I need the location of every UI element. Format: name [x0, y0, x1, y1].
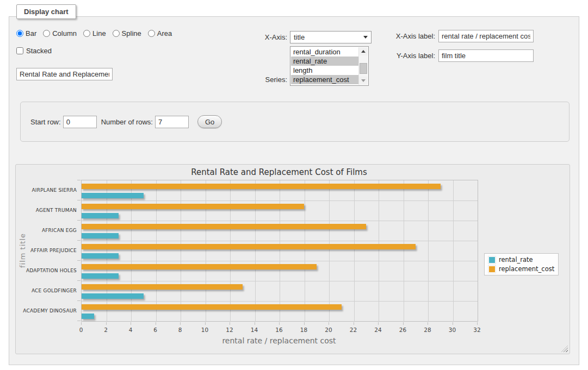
category-label: AFFAIR PREJUDICE — [20, 240, 77, 260]
chart-type-radios: BarColumnLineSplineArea — [16, 29, 172, 37]
chart-type-radio-spline[interactable] — [113, 30, 120, 37]
gridline-v — [329, 180, 330, 321]
bar-replacement_cost — [82, 264, 317, 269]
gridline-v — [379, 180, 379, 321]
x-tick-label: 24 — [367, 327, 389, 333]
category-labels: AIRPLANE SIERRAAGENT TRUMANAFRICAN EGGAF… — [20, 180, 77, 322]
bar-rental_rate — [82, 313, 94, 319]
x-tick-label: 0 — [70, 327, 92, 333]
gridline-v — [255, 180, 256, 321]
x-tick — [477, 322, 478, 325]
x-tick-label: 20 — [318, 327, 339, 333]
chart-type-radio-bar[interactable] — [16, 30, 23, 37]
start-row-input[interactable] — [63, 116, 97, 128]
y-tick — [77, 280, 81, 281]
resize-handle-icon[interactable] — [561, 346, 568, 352]
series-option-replacement_cost[interactable]: replacement_cost — [291, 75, 358, 84]
legend-swatch — [488, 256, 496, 264]
chart-x-axis-title: rental rate / replacement cost — [81, 336, 477, 345]
series-option-rental_rate[interactable]: rental_rate — [291, 57, 358, 66]
bar-rental_rate — [82, 233, 119, 239]
chart-type-radio-area[interactable] — [148, 30, 155, 37]
x-tick — [279, 322, 280, 325]
y-axis-label-input[interactable] — [438, 49, 534, 62]
x-axis-select-label: X-Axis: — [236, 31, 287, 43]
x-tick-label: 28 — [417, 327, 438, 333]
x-axis-selected-value: title — [294, 33, 363, 41]
x-tick — [354, 322, 354, 325]
number-of-rows-input[interactable] — [155, 116, 189, 128]
legend-swatch — [488, 266, 496, 273]
gridline-v — [428, 180, 429, 321]
chart-title: Rental Rate and Replacement Cost of Film… — [81, 167, 477, 177]
y-tick — [77, 200, 81, 200]
y-tick — [77, 260, 81, 261]
category-label: ACADEMY DINOSAUR — [20, 300, 77, 321]
gridline-h — [82, 301, 478, 302]
x-tick — [378, 322, 379, 325]
gridline-v — [107, 180, 107, 321]
number-of-rows-label: Number of rows: — [101, 118, 153, 126]
legend-item-replacement_cost: replacement_cost — [488, 265, 554, 273]
chart-type-radio-column[interactable] — [43, 30, 50, 37]
chart-type-option-bar[interactable]: Bar — [16, 29, 36, 37]
chart-type-option-label: Bar — [26, 29, 36, 37]
x-tick-label: 10 — [194, 327, 216, 333]
scroll-up-icon[interactable] — [359, 47, 368, 55]
listbox-scrollbar[interactable] — [358, 47, 368, 85]
gridline-v — [206, 180, 206, 321]
stacked-checkbox[interactable] — [16, 47, 23, 54]
x-tick-label: 12 — [219, 327, 240, 333]
plot-area — [81, 180, 478, 322]
bar-replacement_cost — [82, 204, 304, 209]
chart-type-option-label: Column — [52, 29, 77, 37]
chart-type-radio-line[interactable] — [83, 30, 90, 37]
bar-replacement_cost — [82, 184, 441, 189]
chart-type-option-column[interactable]: Column — [43, 29, 77, 37]
y-tick — [77, 220, 81, 221]
series-option-rental_duration[interactable]: rental_duration — [291, 47, 358, 57]
legend-label: replacement_cost — [499, 265, 554, 273]
stacked-option[interactable]: Stacked — [16, 47, 52, 55]
chart-type-option-label: Line — [92, 29, 106, 37]
series-option-length[interactable]: length — [291, 66, 358, 75]
x-tick — [329, 322, 329, 325]
gridline-v — [280, 180, 280, 321]
scroll-down-icon[interactable] — [359, 77, 368, 85]
chart-legend: rental_ratereplacement_cost — [484, 253, 559, 275]
x-tick-label: 30 — [442, 327, 463, 333]
x-tick — [255, 322, 255, 325]
chart-type-option-label: Area — [157, 29, 172, 37]
chart-title-input[interactable] — [16, 68, 113, 80]
chart-panel: Rental Rate and Replacement Cost of Film… — [15, 164, 570, 354]
go-button[interactable]: Go — [197, 115, 222, 128]
fieldset-legend-title: Display chart — [16, 4, 76, 19]
x-axis-label-input[interactable] — [438, 30, 534, 42]
chart-type-option-line[interactable]: Line — [83, 29, 106, 37]
start-row-label: Start row: — [30, 118, 61, 126]
x-tick-label: 22 — [343, 327, 364, 333]
x-tick-label: 8 — [169, 327, 191, 333]
y-axis-label-field-label: Y-Axis label: — [382, 49, 435, 62]
gridline-v — [453, 180, 454, 321]
x-tick — [230, 322, 230, 325]
series-listbox[interactable]: rental_durationrental_ratelengthreplacem… — [290, 46, 369, 86]
x-tick-label: 18 — [293, 327, 315, 333]
y-tick — [77, 180, 81, 180]
page: Display chart BarColumnLineSplineArea St… — [0, 0, 588, 370]
stacked-label: Stacked — [26, 47, 52, 55]
x-tick-label: 14 — [244, 327, 265, 333]
chevron-down-icon — [363, 36, 368, 39]
x-axis-select[interactable]: title — [290, 31, 372, 43]
row-controls-panel: Start row: Number of rows: Go — [20, 102, 570, 142]
chart-type-option-area[interactable]: Area — [148, 29, 172, 37]
gridline-v — [404, 180, 404, 321]
gridline-v — [305, 180, 305, 321]
gridline-h — [82, 200, 478, 201]
chart-type-option-spline[interactable]: Spline — [113, 29, 141, 37]
gridline-v — [354, 180, 355, 321]
scrollbar-thumb[interactable] — [360, 63, 367, 74]
x-tick-label: 6 — [145, 327, 166, 333]
gridline-v — [156, 180, 157, 321]
bar-replacement_cost — [82, 304, 342, 310]
